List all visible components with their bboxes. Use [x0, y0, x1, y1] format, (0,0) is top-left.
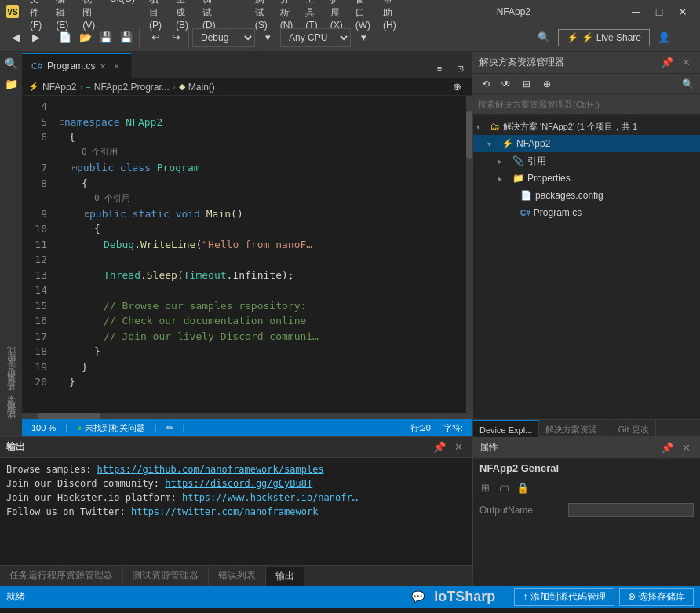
activity-search[interactable]: 🔍: [2, 55, 20, 72]
expand-editor-button[interactable]: ⊕: [447, 78, 466, 97]
task-runner-tab[interactable]: 任务运行程序资源管理器: [0, 567, 123, 586]
close-panel-button[interactable]: ✕: [678, 55, 694, 71]
platform-select[interactable]: Any CPU: [280, 28, 351, 47]
minimize-button[interactable]: ─: [625, 3, 647, 20]
activity-side-text13: 拖: [5, 418, 17, 419]
debug-config-dropdown[interactable]: ▾: [258, 28, 277, 47]
undo-button[interactable]: ↩: [146, 28, 165, 47]
properties-close-button[interactable]: ✕: [678, 440, 694, 456]
search-button[interactable]: 🔍: [534, 28, 553, 47]
device-explorer-tab[interactable]: Device Expl...: [473, 420, 539, 439]
zoom-level[interactable]: 100 %: [28, 423, 59, 432]
activity-explorer[interactable]: 📁: [2, 75, 20, 93]
new-file-button[interactable]: 📄: [56, 28, 75, 47]
editor-tab-program[interactable]: C# Program.cs ✕ ×: [22, 53, 132, 78]
tree-item-packages[interactable]: 📄 packages.config: [473, 187, 700, 204]
save-button[interactable]: 💾: [117, 28, 136, 47]
toolbar-group-undo: ↩ ↪: [143, 28, 189, 47]
hackster-link[interactable]: https://www.hackster.io/nanofr…: [182, 492, 358, 503]
sol-search-button[interactable]: 🔍: [678, 75, 697, 93]
properties-toolbar: ⊞ 🗃 🔒: [473, 477, 700, 498]
scrollbar-thumb[interactable]: [466, 111, 472, 159]
output-line-4: Follow us on Twitter: https://twitter.co…: [6, 505, 466, 519]
tree-item-properties[interactable]: ▸ 📁 Properties: [473, 170, 700, 187]
samples-link[interactable]: https://github.com/nanoframework/samples: [97, 464, 324, 475]
editor-tab-bar: C# Program.cs ✕ × ≡ ⊡: [22, 52, 472, 78]
tree-item-project[interactable]: ▾ ⚡ NFApp2: [473, 135, 700, 152]
discord-link[interactable]: https://discord.gg/gCyBu8T: [165, 478, 312, 489]
code-line: [53, 252, 472, 268]
debug-config-select[interactable]: Debug: [192, 28, 255, 47]
output-close-button[interactable]: ✕: [450, 440, 466, 455]
props-sort-category[interactable]: ⊞: [476, 479, 494, 496]
code-line: }: [53, 359, 472, 375]
code-line: {: [53, 130, 472, 145]
collapse-all-button[interactable]: ⊟: [517, 75, 536, 93]
props-sort-alpha[interactable]: 🗃: [495, 479, 512, 496]
program-label: Program.cs: [534, 207, 582, 218]
menu-window[interactable]: 窗口(W): [349, 0, 377, 32]
git-changes-tab[interactable]: Git 更改: [611, 420, 655, 439]
namespace-icon: ≡: [86, 82, 90, 92]
tree-item-program[interactable]: C# Program.cs: [473, 204, 700, 221]
properties-content: OutputName: [473, 498, 700, 586]
code-content[interactable]: ⊟ namespace NFApp2 { 0 个引用 ⊟ public: [53, 96, 472, 413]
pin-button[interactable]: 📌: [659, 55, 675, 71]
activity-side-text: 此: [5, 362, 17, 363]
code-line: ⊟ public static void Main(): [53, 206, 472, 222]
references-icon: 📎: [512, 155, 524, 166]
horizontal-scrollbar[interactable]: [22, 413, 472, 419]
char-count[interactable]: 字符:: [440, 422, 466, 434]
tab-list-button[interactable]: ≡: [430, 59, 449, 78]
tree-item-solution[interactable]: ▾ 🗂 解决方案 'NFApp2' (1 个项目，共 1: [473, 118, 700, 135]
open-button[interactable]: 📂: [76, 28, 95, 47]
solution-tab[interactable]: 解决方案资源...: [539, 420, 611, 439]
forward-button[interactable]: ▶: [27, 28, 46, 47]
code-editor[interactable]: 4 5 6 · 7 8 · 9 10 11 12 13 14 15 16 17 …: [22, 96, 472, 413]
folder-icon: 📁: [512, 173, 524, 184]
breadcrumb-namespace[interactable]: ≡ NFApp2.Prograr...: [86, 82, 169, 93]
hscroll-thumb[interactable]: [38, 413, 100, 419]
add-source-control-button[interactable]: ↑ 添加到源代码管理: [514, 588, 614, 606]
close-button[interactable]: ✕: [672, 3, 694, 20]
tab-close-icon[interactable]: ×: [111, 60, 122, 71]
split-editor-button[interactable]: ⊡: [450, 59, 469, 78]
line-col[interactable]: 行:20: [407, 422, 434, 434]
breadcrumb-method[interactable]: ◆ Main(): [179, 82, 215, 93]
sync-button[interactable]: ⟲: [476, 75, 495, 93]
redo-button[interactable]: ↪: [166, 28, 185, 47]
output-panel-header: 输出 📌 ✕: [0, 437, 472, 458]
test-explorer-tab[interactable]: 测试资源管理器: [123, 567, 209, 586]
back-button[interactable]: ◀: [6, 28, 25, 47]
output-tab[interactable]: 输出: [266, 567, 304, 586]
new-solution-btn[interactable]: ⊕: [538, 75, 556, 93]
platform-dropdown[interactable]: ▾: [354, 28, 373, 47]
show-all-button[interactable]: 👁: [497, 75, 516, 93]
status-sep2: |: [155, 423, 157, 432]
save-all-button[interactable]: 💾: [97, 28, 115, 47]
solution-search-input[interactable]: [478, 100, 695, 109]
code-line: {: [53, 176, 472, 192]
status-sep1: |: [65, 423, 67, 432]
code-line: 0 个引用: [53, 191, 472, 206]
props-lock[interactable]: 🔒: [514, 479, 531, 496]
activity-bar: 🔍 📁 此 组 中 没 有 可 用 关 控 。将 某 项 拖 至 此: [0, 52, 22, 436]
menu-help[interactable]: 帮助(H): [377, 0, 403, 32]
code-line: 0 个引用: [53, 145, 472, 161]
error-indicator[interactable]: ● 未找到相关问题: [74, 422, 148, 434]
select-repo-button[interactable]: ⊗ 选择存储库: [619, 588, 694, 606]
git-icon-status[interactable]: ✏: [163, 423, 177, 433]
maximize-button[interactable]: □: [648, 3, 670, 20]
props-value-input[interactable]: [568, 503, 694, 517]
profile-button[interactable]: 👤: [654, 28, 673, 47]
output-pin-button[interactable]: 📌: [432, 440, 447, 455]
error-list-tab[interactable]: 错误列表: [209, 567, 266, 586]
breadcrumb-project[interactable]: ⚡ NFApp2: [28, 82, 76, 93]
tree-item-references[interactable]: ▸ 📎 引用: [473, 152, 700, 170]
live-share-button[interactable]: ⚡ ⚡ Live Share: [558, 29, 650, 46]
solution-explorer-title: 解决方案资源管理器: [479, 56, 656, 69]
twitter-link[interactable]: https://twitter.com/nanoframework: [131, 506, 318, 517]
properties-pin-button[interactable]: 📌: [659, 440, 675, 456]
vertical-scrollbar[interactable]: [466, 96, 472, 413]
code-line: ⊟ public class Program: [53, 160, 472, 176]
